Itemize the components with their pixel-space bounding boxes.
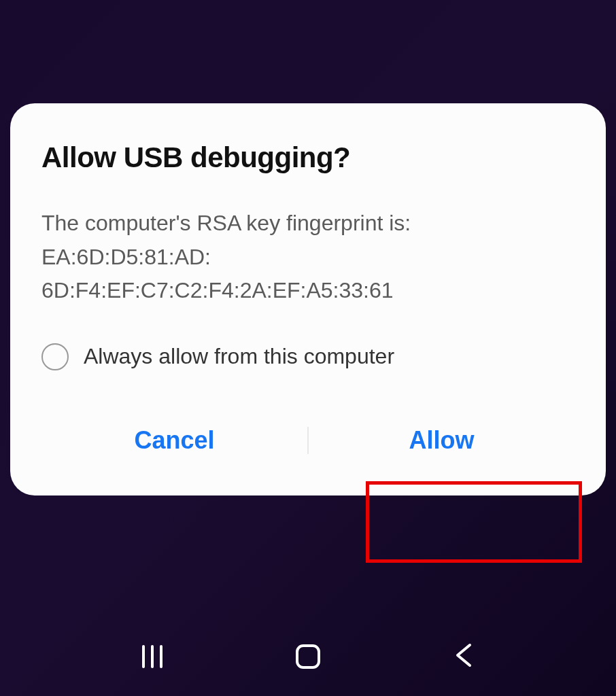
back-button[interactable] xyxy=(443,636,484,677)
dialog-button-row: Cancel Allow xyxy=(41,413,575,468)
back-icon xyxy=(454,642,474,671)
radio-unchecked-icon[interactable] xyxy=(41,343,69,370)
home-icon xyxy=(296,644,320,669)
navigation-bar xyxy=(0,636,616,677)
dialog-message: The computer's RSA key fingerprint is:EA… xyxy=(41,207,575,308)
allow-button[interactable]: Allow xyxy=(309,413,575,468)
cancel-button[interactable]: Cancel xyxy=(41,413,307,468)
dialog-title: Allow USB debugging? xyxy=(41,141,575,174)
checkbox-label: Always allow from this computer xyxy=(84,344,394,369)
home-button[interactable] xyxy=(288,636,328,677)
always-allow-row[interactable]: Always allow from this computer xyxy=(41,343,575,370)
recents-button[interactable] xyxy=(132,636,173,677)
recents-icon xyxy=(142,645,162,668)
usb-debugging-dialog: Allow USB debugging? The computer's RSA … xyxy=(10,103,606,495)
